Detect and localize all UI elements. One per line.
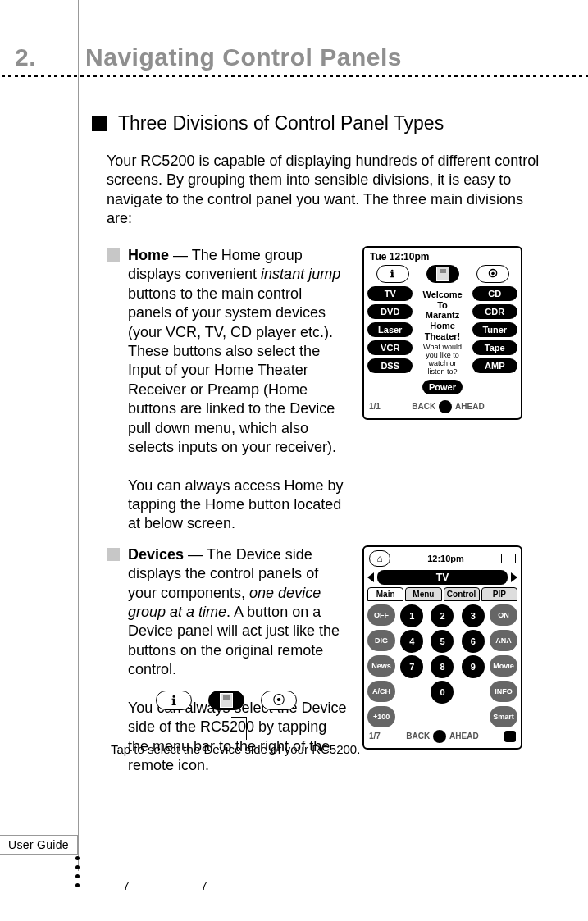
devices-text: Devices — The Device side displays the c… — [128, 545, 349, 776]
mode-icon: ⦿ — [476, 265, 509, 283]
remote-icon — [426, 265, 459, 283]
home-label: Home — [128, 247, 169, 263]
section-heading: Three Divisions of Control Panel Types — [92, 112, 444, 135]
right-arrow-icon — [511, 572, 517, 582]
footer-dots — [75, 856, 80, 887]
home-icon: ⌂ — [369, 550, 390, 567]
square-bullet-icon — [107, 548, 120, 561]
chapter-heading: 2. Navigating Control Panels — [15, 43, 402, 71]
home-screen-figure: Tue 12:10pm ℹ ⦿ TV DVD Laser VCR — [362, 246, 522, 534]
welcome-text: Welcome To Marantz Home Theater! What wo… — [422, 290, 462, 394]
battery-icon — [501, 554, 516, 563]
square-bullet-icon — [107, 248, 120, 262]
mode-icon: ⦿ — [261, 691, 297, 710]
section-title: Three Divisions of Control Panel Types — [118, 112, 444, 135]
list-item-home: Home — The Home group displays convenien… — [107, 246, 566, 534]
chapter-title: Navigating Control Panels — [85, 43, 402, 71]
nav-ball-icon — [439, 400, 452, 413]
square-bullet-icon — [92, 116, 107, 131]
nav-ball-icon — [433, 730, 446, 743]
menu-bar-figure: ℹ ⦿ — [148, 681, 305, 720]
left-arrow-icon — [367, 572, 374, 582]
callout-line — [246, 717, 247, 740]
footer-rule — [0, 855, 588, 855]
home-text: Home — The Home group displays convenien… — [128, 246, 349, 534]
page-number: 7 — [201, 879, 207, 892]
devices-label: Devices — [128, 546, 184, 563]
intro-paragraph: Your RC5200 is capable of displaying hun… — [107, 152, 545, 229]
info-icon: ℹ — [376, 265, 409, 283]
device-screen-figure: ⌂ 12:10pm TV Main Menu Control — [362, 545, 522, 776]
remote-icon — [208, 691, 244, 710]
user-guide-tab: User Guide — [0, 835, 78, 855]
home-screen-time: Tue 12:10pm — [370, 251, 429, 262]
figure-caption: Tap to select the Device side of your RC… — [111, 742, 360, 756]
device-name: TV — [377, 570, 508, 585]
page-number: 7 — [123, 879, 130, 892]
info-icon: ℹ — [156, 691, 192, 710]
dotted-rule — [0, 74, 588, 79]
chapter-number: 2. — [15, 43, 36, 71]
left-margin-rule — [78, 0, 79, 871]
list-item-devices: Devices — The Device side displays the c… — [107, 545, 566, 776]
corner-icon — [504, 731, 516, 742]
